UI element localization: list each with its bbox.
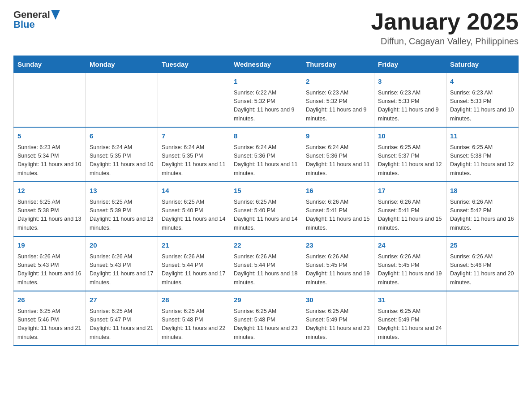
day-number: 3	[378, 77, 442, 87]
day-number: 31	[378, 295, 442, 305]
calendar-cell: 13Sunrise: 6:25 AMSunset: 5:39 PMDayligh…	[86, 182, 158, 236]
day-number: 15	[234, 186, 298, 196]
calendar-header-cell-friday: Friday	[374, 56, 446, 73]
calendar-cell: 2Sunrise: 6:23 AMSunset: 5:32 PMDaylight…	[302, 73, 374, 128]
calendar-week-row: 1Sunrise: 6:22 AMSunset: 5:32 PMDaylight…	[14, 73, 519, 128]
day-number: 21	[162, 240, 226, 251]
calendar-cell	[14, 73, 86, 128]
day-number: 23	[306, 240, 370, 251]
day-number: 8	[234, 131, 298, 141]
calendar-cell	[446, 291, 519, 346]
day-number: 30	[306, 295, 370, 305]
logo: General Blue	[13, 9, 60, 30]
calendar-cell	[86, 73, 158, 128]
day-info: Sunrise: 6:25 AMSunset: 5:40 PMDaylight:…	[162, 198, 226, 233]
day-number: 18	[450, 186, 515, 196]
calendar-header-cell-sunday: Sunday	[14, 56, 86, 73]
day-info: Sunrise: 6:23 AMSunset: 5:34 PMDaylight:…	[17, 143, 82, 178]
calendar-cell: 14Sunrise: 6:25 AMSunset: 5:40 PMDayligh…	[158, 182, 230, 236]
calendar-cell: 21Sunrise: 6:26 AMSunset: 5:44 PMDayligh…	[158, 236, 230, 291]
day-number: 28	[162, 295, 226, 305]
page-subtitle: Diffun, Cagayan Valley, Philippines	[371, 36, 519, 47]
calendar-week-row: 19Sunrise: 6:26 AMSunset: 5:43 PMDayligh…	[14, 236, 519, 291]
calendar-week-row: 26Sunrise: 6:25 AMSunset: 5:46 PMDayligh…	[14, 291, 519, 346]
calendar-week-row: 12Sunrise: 6:25 AMSunset: 5:38 PMDayligh…	[14, 182, 519, 236]
day-number: 26	[17, 295, 82, 305]
calendar-cell: 23Sunrise: 6:26 AMSunset: 5:45 PMDayligh…	[302, 236, 374, 291]
calendar-cell: 26Sunrise: 6:25 AMSunset: 5:46 PMDayligh…	[14, 291, 86, 346]
day-number: 10	[378, 131, 442, 141]
day-info: Sunrise: 6:25 AMSunset: 5:38 PMDaylight:…	[17, 198, 82, 233]
calendar-body: 1Sunrise: 6:22 AMSunset: 5:32 PMDaylight…	[14, 73, 519, 346]
day-number: 6	[90, 131, 154, 141]
calendar-cell: 20Sunrise: 6:26 AMSunset: 5:43 PMDayligh…	[86, 236, 158, 291]
calendar-cell: 16Sunrise: 6:26 AMSunset: 5:41 PMDayligh…	[302, 182, 374, 236]
calendar-cell: 3Sunrise: 6:23 AMSunset: 5:33 PMDaylight…	[374, 73, 446, 128]
day-number: 11	[450, 131, 515, 141]
day-info: Sunrise: 6:25 AMSunset: 5:46 PMDaylight:…	[17, 307, 82, 342]
calendar-cell: 19Sunrise: 6:26 AMSunset: 5:43 PMDayligh…	[14, 236, 86, 291]
day-number: 27	[90, 295, 154, 305]
calendar-cell: 24Sunrise: 6:26 AMSunset: 5:45 PMDayligh…	[374, 236, 446, 291]
day-number: 16	[306, 186, 370, 196]
calendar-cell: 11Sunrise: 6:25 AMSunset: 5:38 PMDayligh…	[446, 127, 519, 182]
calendar-header-cell-monday: Monday	[86, 56, 158, 73]
day-info: Sunrise: 6:26 AMSunset: 5:43 PMDaylight:…	[90, 253, 154, 287]
day-info: Sunrise: 6:26 AMSunset: 5:43 PMDaylight:…	[17, 253, 82, 287]
page-header: General Blue January 2025 Diffun, Cagaya…	[13, 9, 519, 47]
day-info: Sunrise: 6:24 AMSunset: 5:35 PMDaylight:…	[90, 143, 154, 178]
day-number: 2	[306, 77, 370, 87]
calendar-cell: 5Sunrise: 6:23 AMSunset: 5:34 PMDaylight…	[14, 127, 86, 182]
calendar-cell: 15Sunrise: 6:25 AMSunset: 5:40 PMDayligh…	[230, 182, 302, 236]
day-number: 14	[162, 186, 226, 196]
day-info: Sunrise: 6:25 AMSunset: 5:47 PMDaylight:…	[90, 307, 154, 342]
day-info: Sunrise: 6:25 AMSunset: 5:37 PMDaylight:…	[378, 143, 442, 178]
calendar-header-cell-tuesday: Tuesday	[158, 56, 230, 73]
day-number: 7	[162, 131, 226, 141]
day-info: Sunrise: 6:26 AMSunset: 5:41 PMDaylight:…	[306, 198, 370, 233]
calendar-week-row: 5Sunrise: 6:23 AMSunset: 5:34 PMDaylight…	[14, 127, 519, 182]
day-number: 5	[17, 131, 82, 141]
calendar-header-cell-saturday: Saturday	[446, 56, 519, 73]
day-number: 4	[450, 77, 515, 87]
day-number: 24	[378, 240, 442, 251]
calendar-cell: 1Sunrise: 6:22 AMSunset: 5:32 PMDaylight…	[230, 73, 302, 128]
page-title: January 2025	[371, 9, 519, 34]
day-info: Sunrise: 6:25 AMSunset: 5:40 PMDaylight:…	[234, 198, 298, 233]
calendar-cell: 9Sunrise: 6:24 AMSunset: 5:36 PMDaylight…	[302, 127, 374, 182]
calendar-header-cell-thursday: Thursday	[302, 56, 374, 73]
day-info: Sunrise: 6:24 AMSunset: 5:35 PMDaylight:…	[162, 143, 226, 178]
calendar-cell: 6Sunrise: 6:24 AMSunset: 5:35 PMDaylight…	[86, 127, 158, 182]
day-number: 17	[378, 186, 442, 196]
day-info: Sunrise: 6:23 AMSunset: 5:33 PMDaylight:…	[450, 89, 515, 124]
day-info: Sunrise: 6:26 AMSunset: 5:41 PMDaylight:…	[378, 198, 442, 233]
calendar-table: SundayMondayTuesdayWednesdayThursdayFrid…	[13, 56, 519, 346]
day-info: Sunrise: 6:22 AMSunset: 5:32 PMDaylight:…	[234, 89, 298, 124]
day-info: Sunrise: 6:25 AMSunset: 5:38 PMDaylight:…	[450, 143, 515, 178]
day-number: 19	[17, 240, 82, 251]
calendar-cell: 4Sunrise: 6:23 AMSunset: 5:33 PMDaylight…	[446, 73, 519, 128]
logo-blue-text: Blue	[13, 19, 35, 30]
day-info: Sunrise: 6:26 AMSunset: 5:44 PMDaylight:…	[234, 253, 298, 287]
day-number: 13	[90, 186, 154, 196]
day-info: Sunrise: 6:26 AMSunset: 5:44 PMDaylight:…	[162, 253, 226, 287]
svg-marker-0	[51, 10, 60, 20]
calendar-cell: 12Sunrise: 6:25 AMSunset: 5:38 PMDayligh…	[14, 182, 86, 236]
calendar-cell	[158, 73, 230, 128]
calendar-cell: 25Sunrise: 6:26 AMSunset: 5:46 PMDayligh…	[446, 236, 519, 291]
day-info: Sunrise: 6:26 AMSunset: 5:46 PMDaylight:…	[450, 253, 515, 287]
day-info: Sunrise: 6:25 AMSunset: 5:48 PMDaylight:…	[234, 307, 298, 342]
day-info: Sunrise: 6:23 AMSunset: 5:33 PMDaylight:…	[378, 89, 442, 124]
calendar-cell: 22Sunrise: 6:26 AMSunset: 5:44 PMDayligh…	[230, 236, 302, 291]
day-number: 9	[306, 131, 370, 141]
day-info: Sunrise: 6:25 AMSunset: 5:49 PMDaylight:…	[306, 307, 370, 342]
calendar-cell: 17Sunrise: 6:26 AMSunset: 5:41 PMDayligh…	[374, 182, 446, 236]
calendar-cell: 7Sunrise: 6:24 AMSunset: 5:35 PMDaylight…	[158, 127, 230, 182]
logo-triangle-icon	[51, 10, 60, 20]
title-block: January 2025 Diffun, Cagayan Valley, Phi…	[371, 9, 519, 47]
calendar-cell: 10Sunrise: 6:25 AMSunset: 5:37 PMDayligh…	[374, 127, 446, 182]
day-info: Sunrise: 6:23 AMSunset: 5:32 PMDaylight:…	[306, 89, 370, 124]
day-number: 25	[450, 240, 515, 251]
calendar-cell: 29Sunrise: 6:25 AMSunset: 5:48 PMDayligh…	[230, 291, 302, 346]
calendar-cell: 27Sunrise: 6:25 AMSunset: 5:47 PMDayligh…	[86, 291, 158, 346]
